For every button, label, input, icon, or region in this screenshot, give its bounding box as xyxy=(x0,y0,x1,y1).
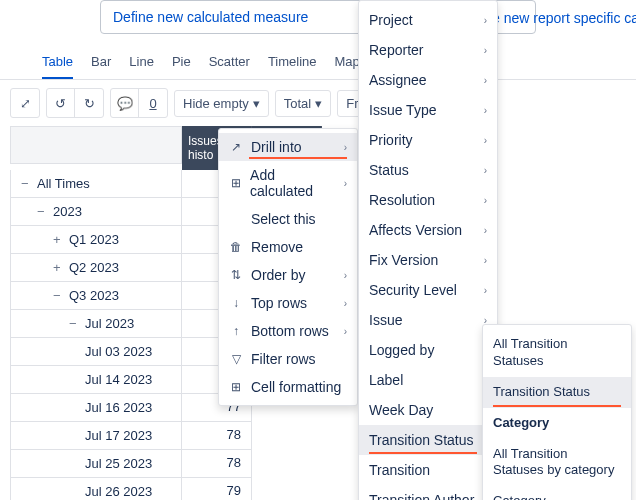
submenu-item[interactable]: Issue Type› xyxy=(359,95,497,125)
collapse-icon[interactable]: − xyxy=(37,204,49,219)
menu-item[interactable]: ⇅Order by› xyxy=(219,261,357,289)
chevron-right-icon: › xyxy=(344,298,347,309)
chevron-right-icon: › xyxy=(484,45,487,56)
menu-item-label: Filter rows xyxy=(251,351,316,367)
submenu-item-label: Category xyxy=(493,493,621,500)
menu-item[interactable]: ↑Bottom rows› xyxy=(219,317,357,345)
row-label[interactable]: Jul 14 2023 xyxy=(10,366,182,394)
submenu-item[interactable]: Transition› xyxy=(359,455,497,485)
row-label[interactable]: Jul 26 2023 xyxy=(10,478,182,500)
chevron-right-icon: › xyxy=(344,142,347,153)
tab-scatter[interactable]: Scatter xyxy=(209,46,250,79)
submenu-item[interactable]: Week Day› xyxy=(359,395,497,425)
submenu-item[interactable]: Assignee› xyxy=(359,65,497,95)
chevron-right-icon: › xyxy=(344,270,347,281)
view-tabs: TableBarLinePieScatterTimelineMapG xyxy=(0,46,636,80)
submenu-item[interactable]: Fix Version› xyxy=(359,245,497,275)
row-label[interactable]: Jul 17 2023 xyxy=(10,422,182,450)
menu-item[interactable]: ↓Top rows› xyxy=(219,289,357,317)
menu-item[interactable]: ↗Drill into› xyxy=(219,133,357,161)
data-cell[interactable]: 78 xyxy=(182,450,252,478)
tool-group-2: ↺ ↻ xyxy=(46,88,104,118)
menu-item-icon: ↓ xyxy=(229,296,243,310)
submenu-item-label: Transition Author xyxy=(369,492,476,500)
tab-map[interactable]: Map xyxy=(335,46,360,79)
submenu-item[interactable]: Transition Status› xyxy=(359,425,497,455)
format-icon[interactable]: 0 xyxy=(139,89,167,117)
row-label[interactable]: −Jul 2023 xyxy=(10,310,182,338)
expand-icon[interactable]: ⤢ xyxy=(11,89,39,117)
menu-item-icon: 🗑 xyxy=(229,240,243,254)
row-label[interactable]: +Q1 2023 xyxy=(10,226,182,254)
menu-item[interactable]: ⊞Cell formatting xyxy=(219,373,357,401)
total-dropdown[interactable]: Total ▾ xyxy=(275,90,331,117)
menu-item[interactable]: Select this xyxy=(219,205,357,233)
row-label[interactable]: −Q3 2023 xyxy=(10,282,182,310)
chevron-right-icon: › xyxy=(344,178,347,189)
row-label-text: Jul 03 2023 xyxy=(85,344,152,359)
undo-icon[interactable]: ↺ xyxy=(47,89,75,117)
tab-table[interactable]: Table xyxy=(42,46,73,79)
submenu-item[interactable]: Resolution› xyxy=(359,185,497,215)
submenu-item[interactable]: Priority› xyxy=(359,125,497,155)
menu-item[interactable]: ▽Filter rows xyxy=(219,345,357,373)
chevron-right-icon: › xyxy=(484,15,487,26)
expand-icon[interactable]: + xyxy=(53,260,65,275)
redo-icon[interactable]: ↻ xyxy=(75,89,103,117)
partial-link[interactable]: e new report specific calculated xyxy=(492,10,636,26)
submenu-item-label: Project xyxy=(369,12,476,28)
submenu-item[interactable]: Label› xyxy=(359,365,497,395)
row-label-text: Jul 14 2023 xyxy=(85,372,152,387)
submenu-item[interactable]: Transition Author› xyxy=(359,485,497,500)
row-label-text: All Times xyxy=(37,176,90,191)
submenu-item[interactable]: Status› xyxy=(359,155,497,185)
submenu-item-label: Reporter xyxy=(369,42,476,58)
submenu-item[interactable]: Category xyxy=(483,408,631,439)
tab-bar[interactable]: Bar xyxy=(91,46,111,79)
submenu-item-label: Affects Version xyxy=(369,222,476,238)
submenu-item-label: Issue Type xyxy=(369,102,476,118)
submenu-item-label: Transition xyxy=(369,462,476,478)
context-menu: ↗Drill into›⊞Add calculated›Select this🗑… xyxy=(218,128,358,406)
expand-icon[interactable]: + xyxy=(53,232,65,247)
row-label[interactable]: +Q2 2023 xyxy=(10,254,182,282)
collapse-icon[interactable]: − xyxy=(53,288,65,303)
submenu-item[interactable]: Transition Status xyxy=(483,377,631,408)
tab-timeline[interactable]: Timeline xyxy=(268,46,317,79)
menu-item-label: Cell formatting xyxy=(251,379,341,395)
submenu-item[interactable]: All Transition Statuses by category xyxy=(483,439,631,487)
submenu-item[interactable]: Reporter› xyxy=(359,35,497,65)
chevron-right-icon: › xyxy=(484,195,487,206)
row-label[interactable]: −2023 xyxy=(10,198,182,226)
submenu-item-label: Fix Version xyxy=(369,252,476,268)
submenu-item-label: All Transition Statuses xyxy=(493,336,621,370)
submenu-item[interactable]: Logged by› xyxy=(359,335,497,365)
chevron-right-icon: › xyxy=(484,165,487,176)
submenu-item[interactable]: Category xyxy=(483,486,631,500)
collapse-icon[interactable]: − xyxy=(69,316,81,331)
submenu-item-label: Transition Status xyxy=(493,384,621,401)
comment-icon[interactable]: 💬 xyxy=(111,89,139,117)
submenu-item[interactable]: All Transition Statuses xyxy=(483,329,631,377)
menu-item-icon: ⊞ xyxy=(229,380,243,394)
menu-item[interactable]: 🗑Remove xyxy=(219,233,357,261)
data-cell[interactable]: 79 xyxy=(182,478,252,500)
submenu-item[interactable]: Affects Version› xyxy=(359,215,497,245)
row-label[interactable]: Jul 16 2023 xyxy=(10,394,182,422)
menu-item-icon: ⇅ xyxy=(229,268,243,282)
submenu-item[interactable]: Issue› xyxy=(359,305,497,335)
row-label[interactable]: Jul 03 2023 xyxy=(10,338,182,366)
define-measure-link[interactable]: Define new calculated measure xyxy=(113,9,308,25)
menu-item-label: Remove xyxy=(251,239,303,255)
collapse-icon[interactable]: − xyxy=(21,176,33,191)
data-cell[interactable]: 78 xyxy=(182,422,252,450)
submenu-item[interactable]: Security Level› xyxy=(359,275,497,305)
menu-item[interactable]: ⊞Add calculated› xyxy=(219,161,357,205)
row-label[interactable]: −All Times xyxy=(10,170,182,198)
tab-line[interactable]: Line xyxy=(129,46,154,79)
row-label[interactable]: Jul 25 2023 xyxy=(10,450,182,478)
submenu-item[interactable]: Project› xyxy=(359,5,497,35)
chevron-right-icon: › xyxy=(484,225,487,236)
hide-empty-dropdown[interactable]: Hide empty ▾ xyxy=(174,90,269,117)
tab-pie[interactable]: Pie xyxy=(172,46,191,79)
